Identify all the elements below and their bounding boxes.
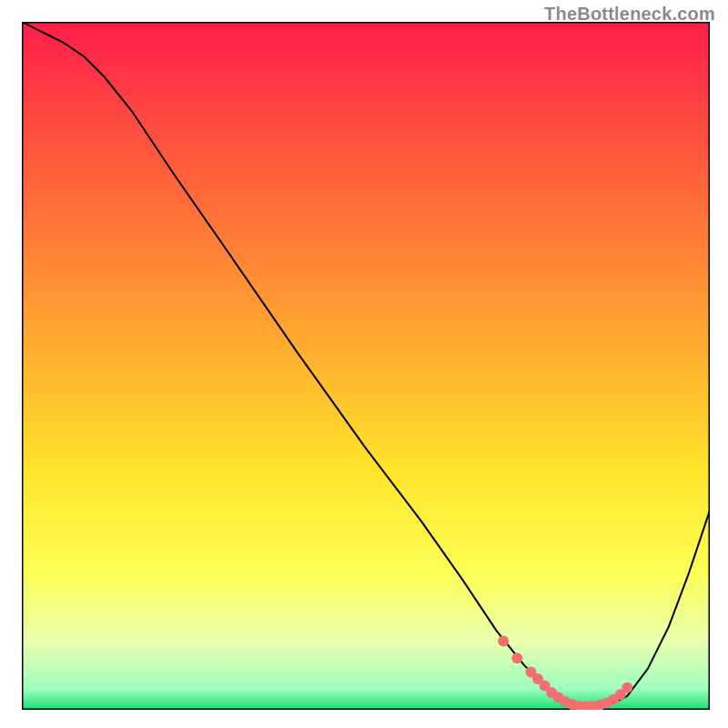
chart-plot xyxy=(22,22,710,710)
chart-svg xyxy=(22,22,710,710)
chart-background xyxy=(22,22,710,710)
optimal-dot xyxy=(498,635,509,646)
chart-stage: TheBottleneck.com xyxy=(0,0,728,728)
optimal-dot xyxy=(622,682,632,693)
optimal-dot xyxy=(511,652,522,663)
